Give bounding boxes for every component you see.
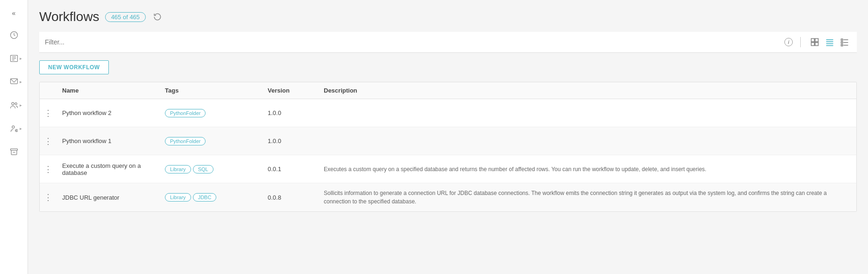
sidebar-item-user-settings[interactable]: ► [4,119,24,138]
row-menu-button[interactable]: ⋮ [40,104,57,122]
workflow-description: Sollicits information to generate a conn… [318,184,856,210]
col-name: Name [57,82,159,99]
tag-pill[interactable]: PythonFolder [165,137,206,145]
col-menu [40,82,57,99]
sidebar-item-dashboard[interactable] [4,25,24,45]
grid-icon [810,37,819,47]
workflow-description [318,137,856,146]
svg-rect-20 [841,39,843,40]
messages-icon [9,77,19,87]
toolbar: NEW WORKFLOW [39,60,857,82]
people-chevron-icon: ► [19,103,23,108]
user-settings-icon [9,124,19,133]
filter-bar: i [39,32,857,53]
workflow-name: Execute a custom query on a database [57,158,159,181]
svg-rect-10 [10,149,17,150]
page-header: Workflows 465 of 465 [39,9,857,24]
sidebar-item-messages[interactable]: ► [4,72,24,92]
messages-chevron-icon: ► [19,80,23,84]
svg-rect-13 [815,39,818,42]
workflow-name: Python workflow 2 [57,105,159,121]
table-row: ⋮ Execute a custom query on a database L… [40,155,856,183]
col-version: Version [262,82,318,99]
detail-icon [840,37,849,47]
table-row: ⋮ JDBC URL generator Library JDBC 0.0.8 … [40,183,856,211]
svg-point-7 [15,103,17,105]
workflows-table: Name Tags Version Description ⋮ Python w… [39,82,857,212]
refresh-icon [153,13,162,21]
list-view-button[interactable] [823,36,836,49]
svg-rect-12 [811,39,815,42]
svg-rect-14 [811,43,815,46]
list-icon [825,37,834,47]
tag-pill[interactable]: PythonFolder [165,109,206,117]
detail-view-button[interactable] [838,36,851,49]
svg-rect-24 [841,44,843,46]
count-badge: 465 of 465 [105,12,146,22]
tag-pill[interactable]: Library [165,193,191,202]
table-header: Name Tags Version Description [40,82,856,99]
sidebar: « ► ► ► [0,0,28,274]
svg-rect-19 [826,45,833,46]
info-icon: i [784,38,793,46]
svg-rect-17 [826,41,833,42]
workflow-name: JDBC URL generator [57,189,159,206]
people-icon [9,101,19,110]
sidebar-collapse-button[interactable]: « [6,5,22,22]
svg-rect-18 [826,43,833,44]
collapse-icon: « [12,9,16,17]
table-row: ⋮ Python workflow 1 PythonFolder 1.0.0 [40,127,856,155]
svg-point-8 [12,126,14,128]
workflow-tags: Library SQL [159,160,262,178]
col-tags: Tags [159,82,262,99]
workflow-name: Python workflow 1 [57,133,159,149]
row-menu-button[interactable]: ⋮ [40,160,57,178]
col-description: Description [318,82,856,99]
svg-rect-16 [826,39,833,40]
grid-view-button[interactable] [808,36,821,49]
filter-divider [800,37,801,47]
new-workflow-button[interactable]: NEW WORKFLOW [39,60,109,74]
workflow-tags: PythonFolder [159,104,262,122]
view-icons [808,36,851,49]
sidebar-item-people[interactable]: ► [4,95,24,115]
workflow-version: 0.0.1 [262,161,318,177]
sidebar-item-library[interactable]: ► [4,49,24,68]
svg-point-9 [15,130,17,131]
svg-rect-15 [815,43,818,46]
workflow-version: 1.0.0 [262,105,318,121]
sidebar-item-archive[interactable] [4,142,24,162]
refresh-button[interactable] [151,11,164,23]
workflow-description [318,108,856,118]
workflow-description: Executes a custom query on a specified d… [318,160,856,178]
page-title: Workflows [39,9,100,24]
workflow-version: 1.0.0 [262,133,318,149]
archive-icon [9,147,19,157]
svg-point-6 [12,102,14,105]
table-row: ⋮ Python workflow 2 PythonFolder 1.0.0 [40,99,856,127]
tag-pill[interactable]: JDBC [193,193,217,202]
main-content: Workflows 465 of 465 i [28,0,868,274]
user-settings-chevron-icon: ► [19,127,23,131]
workflow-tags: Library JDBC [159,188,262,206]
tag-pill[interactable]: Library [165,165,191,173]
filter-input[interactable] [45,38,781,46]
workflow-version: 0.0.8 [262,189,318,206]
library-chevron-icon: ► [19,57,23,61]
row-menu-button[interactable]: ⋮ [40,188,57,206]
svg-rect-22 [841,42,843,43]
row-menu-button[interactable]: ⋮ [40,132,57,150]
dashboard-icon [9,30,19,40]
tag-pill[interactable]: SQL [193,165,213,173]
workflow-tags: PythonFolder [159,132,262,150]
library-icon [9,54,19,63]
